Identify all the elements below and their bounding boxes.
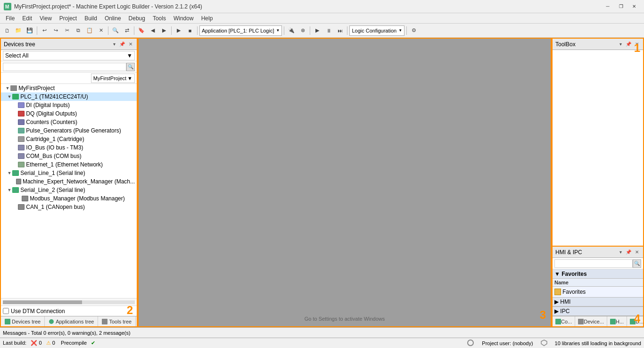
- tb-paste[interactable]: 📋: [84, 25, 95, 36]
- hmi-search-input[interactable]: [554, 259, 633, 268]
- ipc-section-label: ▶ IPC: [554, 308, 570, 315]
- tb-cut[interactable]: ✂: [62, 25, 72, 36]
- tb-settings[interactable]: ⚙: [409, 25, 419, 36]
- ipc-expand-label[interactable]: ▶ IPC: [553, 307, 643, 316]
- tab-devices-tree[interactable]: Devices tree: [1, 316, 45, 326]
- toolbox-close-btn[interactable]: ✕: [634, 41, 640, 47]
- select-all-row: Select All ▼: [1, 50, 137, 61]
- app-dropdown[interactable]: Application [PLC_1: PLC Logic] ▼: [199, 25, 282, 36]
- rbtab-device[interactable]: Device...: [575, 316, 607, 326]
- tb-bookmark[interactable]: 🔖: [136, 25, 147, 36]
- tb-delete[interactable]: ✕: [96, 25, 106, 36]
- tb-next-bookmark[interactable]: ▶: [159, 25, 169, 36]
- close-button[interactable]: ✕: [628, 2, 640, 11]
- menu-build[interactable]: Build: [81, 14, 101, 23]
- tb-run[interactable]: ▶: [173, 25, 184, 36]
- center-panel: Go to Settings to activate Windows 3: [138, 38, 552, 327]
- tb-connect[interactable]: 🔌: [286, 25, 297, 36]
- serial1-icon: [12, 170, 19, 176]
- panel-dropdown-btn[interactable]: ▾: [112, 41, 117, 47]
- tree-item-iobus[interactable]: IO_Bus (IO bus - TM3): [1, 143, 137, 152]
- tree-item-can[interactable]: CAN_1 (CANopen bus): [1, 203, 137, 211]
- tree-item-modbus[interactable]: Modbus_Manager (Modbus Manager): [1, 194, 137, 203]
- tree-item-project[interactable]: ▼ MyFirstProject: [1, 84, 137, 92]
- toolbox-dropdown-btn[interactable]: ▾: [618, 41, 623, 47]
- search-button[interactable]: 🔍: [126, 63, 135, 71]
- select-all-dropdown[interactable]: Select All ▼: [3, 51, 135, 60]
- tb-new[interactable]: 🗋: [2, 25, 12, 36]
- can-label: CAN_1 (CANopen bus): [25, 204, 85, 210]
- expand-icon-project: ▼: [5, 86, 10, 91]
- tree-item-serial1[interactable]: ▼ Serial_Line_1 (Serial line): [1, 169, 137, 177]
- cartridge-label: Cartridge_1 (Cartridge): [25, 136, 84, 142]
- tree-item-plc[interactable]: ▼ PLC_1 (TM241CEC24T/U): [1, 92, 137, 101]
- menu-file[interactable]: File: [2, 14, 18, 23]
- devices-tree-title: Devices tree: [4, 41, 35, 48]
- config-dropdown[interactable]: Logic Configuration ▼: [349, 25, 405, 36]
- device-tab-icon: [578, 319, 584, 324]
- favorites-name-col: Name: [554, 280, 641, 285]
- cartridge-icon: [18, 136, 25, 142]
- tb-step[interactable]: ⏭: [335, 25, 345, 36]
- panel-pin-btn[interactable]: 📌: [118, 41, 126, 47]
- tb-pause[interactable]: ⏸: [323, 25, 334, 36]
- tb-prev-bookmark[interactable]: ◀: [148, 25, 158, 36]
- hmi-expand-label[interactable]: ▶ HMI: [553, 297, 643, 307]
- tb-sep4: [171, 26, 172, 35]
- svg-rect-6: [555, 319, 561, 324]
- minimize-button[interactable]: ─: [602, 2, 614, 11]
- main-layout: Devices tree ▾ 📌 ✕ Select All ▼ 🔍 MyFirs…: [0, 38, 644, 327]
- hmi-pin-btn[interactable]: 📌: [624, 249, 633, 255]
- rbtab-d[interactable]: D...: [627, 316, 643, 326]
- tab-tools-tree[interactable]: Tools tree: [98, 316, 136, 326]
- menu-debug[interactable]: Debug: [125, 14, 149, 23]
- menu-edit[interactable]: Edit: [18, 14, 36, 23]
- select-all-arrow: ▼: [127, 52, 132, 59]
- tree-item-serial2[interactable]: ▼ Serial_Line_2 (Serial line): [1, 186, 137, 194]
- rbtab-co-label: Co...: [561, 319, 572, 324]
- menu-help[interactable]: Help: [198, 14, 217, 23]
- restore-button[interactable]: ❐: [615, 2, 627, 11]
- panel-close-btn[interactable]: ✕: [127, 41, 134, 47]
- tb-play[interactable]: ▶: [312, 25, 322, 36]
- tree-item-dq[interactable]: DQ (Digital Outputs): [1, 109, 137, 118]
- hmi-search-button[interactable]: 🔍: [633, 259, 641, 268]
- search-input[interactable]: [3, 63, 126, 71]
- rbtab-d-label: D...: [636, 319, 643, 324]
- menu-online[interactable]: Online: [101, 14, 125, 23]
- menu-tools[interactable]: Tools: [149, 14, 170, 23]
- tree-item-combus[interactable]: COM_Bus (COM bus): [1, 152, 137, 160]
- rbtab-h[interactable]: H...: [607, 316, 627, 326]
- tree-item-netmgr[interactable]: Machine_Expert_Network_Manager (Mach...: [1, 177, 137, 186]
- menu-view[interactable]: View: [36, 14, 56, 23]
- svg-rect-2: [10, 85, 17, 91]
- hmi-close-btn[interactable]: ✕: [634, 249, 640, 255]
- hmi-dropdown-btn[interactable]: ▾: [618, 249, 623, 255]
- tb-copy[interactable]: ⧉: [73, 25, 83, 36]
- tree-item-counters[interactable]: Counters (Counters): [1, 118, 137, 126]
- tb-save[interactable]: 💾: [25, 25, 35, 36]
- tree-project-dropdown[interactable]: MyFirstProject ▼: [91, 74, 135, 83]
- menu-window[interactable]: Window: [170, 14, 198, 23]
- tb-find[interactable]: 🔍: [110, 25, 121, 36]
- tb-open[interactable]: 📁: [13, 25, 24, 36]
- connect-status-icon: [467, 339, 474, 347]
- tb-disconnect[interactable]: ⊗: [297, 25, 308, 36]
- tree-item-di[interactable]: DI (Digital Inputs): [1, 101, 137, 109]
- tb-stop[interactable]: ■: [185, 25, 195, 36]
- rbtab-co[interactable]: Co...: [553, 316, 575, 326]
- tree-item-ethernet[interactable]: Ethernet_1 (Ethernet Network): [1, 160, 137, 169]
- app-title: MyFirstProject.project* - Machine Expert…: [14, 3, 602, 10]
- expand-icon-serial2: ▼: [7, 188, 12, 192]
- tb-redo[interactable]: ↪: [50, 25, 61, 36]
- tab-applications-tree[interactable]: Applications tree: [45, 316, 98, 326]
- tb-undo[interactable]: ↩: [39, 25, 50, 36]
- fav-item-favorites[interactable]: Favorites: [554, 288, 641, 296]
- toolbox-pin-btn[interactable]: 📌: [624, 41, 633, 47]
- dtm-checkbox[interactable]: [3, 308, 9, 314]
- menu-project[interactable]: Project: [56, 14, 81, 23]
- tree-item-cartridge[interactable]: Cartridge_1 (Cartridge): [1, 135, 137, 143]
- tb-replace[interactable]: ⇄: [122, 25, 132, 36]
- tree-item-pulse[interactable]: Pulse_Generators (Pulse Generators): [1, 126, 137, 135]
- favorites-header[interactable]: ▼ Favorites: [553, 269, 643, 279]
